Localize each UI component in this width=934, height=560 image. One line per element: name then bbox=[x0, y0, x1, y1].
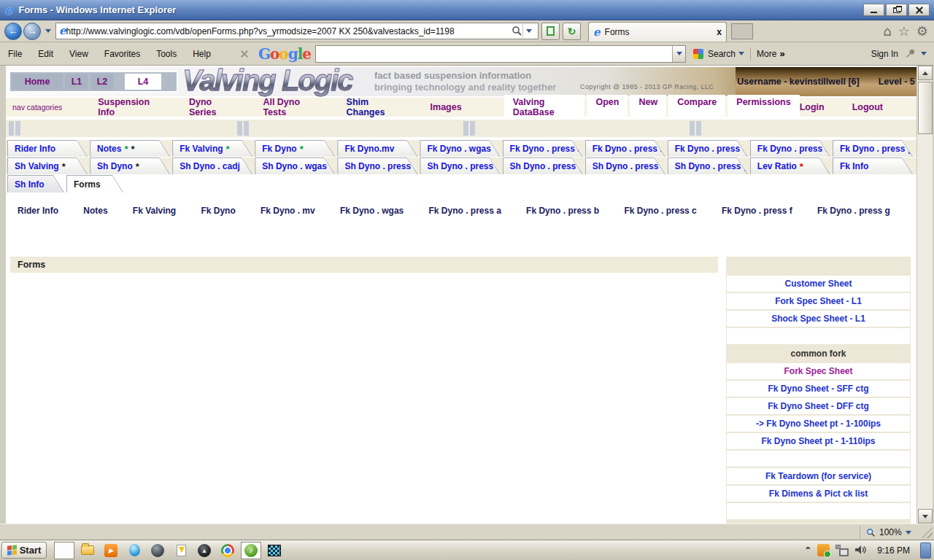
tab[interactable]: Fk Dyno.mv bbox=[337, 140, 417, 157]
settings-caret-icon[interactable] bbox=[921, 52, 927, 55]
tab[interactable]: Sh Dyno . press b bbox=[420, 158, 500, 174]
quick-launch-icon[interactable] bbox=[171, 542, 191, 559]
sidebar-link[interactable]: -> Fk Dyno Sheet pt - 1-100ips bbox=[756, 419, 881, 429]
tab[interactable]: Fk Dyno . press b bbox=[585, 140, 665, 157]
tab[interactable]: Lev Ratio * bbox=[750, 158, 830, 174]
tools-gear-icon[interactable]: ⚙ bbox=[916, 25, 928, 38]
back-button[interactable]: ← bbox=[4, 23, 22, 40]
nav-link[interactable]: All Dyno Tests bbox=[263, 97, 321, 117]
sidebar-link[interactable]: Fk Teardown (for service) bbox=[765, 471, 871, 481]
zoom-control[interactable]: 100% bbox=[860, 526, 914, 539]
tab[interactable]: Sh Valving * bbox=[7, 158, 88, 174]
quick-launch-icon[interactable] bbox=[264, 542, 285, 559]
database-button[interactable]: Open bbox=[587, 95, 628, 120]
start-button[interactable]: Start bbox=[1, 542, 47, 559]
session-link[interactable]: Logout bbox=[852, 102, 883, 112]
search-history-caret[interactable] bbox=[672, 46, 685, 62]
google-search-box[interactable] bbox=[315, 45, 686, 63]
tray-antivirus-icon[interactable] bbox=[817, 544, 830, 556]
quick-launch-icon[interactable] bbox=[217, 542, 238, 559]
tab[interactable]: Sh Dyno . wgas bbox=[255, 158, 335, 174]
search-magnifier-icon[interactable] bbox=[512, 26, 522, 36]
menu-item[interactable]: File bbox=[0, 46, 30, 62]
toolbar-close-icon[interactable] bbox=[241, 50, 248, 58]
address-input[interactable] bbox=[66, 26, 512, 36]
quick-launch-icon[interactable] bbox=[124, 542, 144, 559]
tab[interactable]: Fk Dyno * bbox=[255, 140, 335, 157]
nav-link[interactable]: Images bbox=[431, 102, 462, 112]
menu-item[interactable]: View bbox=[61, 46, 96, 62]
sidebar-link[interactable]: Customer Sheet bbox=[784, 279, 852, 289]
maximize-button[interactable] bbox=[886, 4, 907, 16]
wrench-icon[interactable] bbox=[904, 48, 915, 59]
tab[interactable]: Fk Info bbox=[833, 158, 913, 174]
quick-launch-icon[interactable]: ▶ bbox=[101, 542, 121, 559]
header-nav-button[interactable]: L1 bbox=[65, 74, 88, 90]
menu-item[interactable]: Help bbox=[185, 46, 219, 62]
tab[interactable]: Fk Dyno . press a bbox=[503, 140, 583, 157]
sidebar-link[interactable]: common fork bbox=[790, 349, 846, 359]
favorites-star-icon[interactable]: ☆ bbox=[898, 25, 910, 38]
tab[interactable]: Sh Dyno . press g bbox=[668, 158, 748, 174]
sidebar-link[interactable]: Fork Spec Sheet bbox=[784, 366, 852, 376]
session-link[interactable]: Login bbox=[800, 102, 825, 112]
quick-launch-icon[interactable] bbox=[147, 542, 168, 559]
tray-network-icon[interactable] bbox=[835, 545, 849, 556]
header-nav-button[interactable]: Home bbox=[12, 74, 63, 90]
menu-item[interactable]: Edit bbox=[30, 46, 61, 62]
tray-volume-icon[interactable] bbox=[854, 545, 867, 556]
sidebar-link[interactable]: Fk Dyno Sheet pt - 1-110ips bbox=[761, 436, 875, 446]
google-search-input[interactable] bbox=[316, 49, 672, 59]
browser-tab[interactable]: e Forms x bbox=[588, 22, 727, 42]
tab[interactable]: Fk Dyno . press f bbox=[750, 140, 830, 157]
tab[interactable]: Sh Dyno * bbox=[90, 158, 170, 174]
splitter-handle-icon[interactable] bbox=[463, 121, 475, 136]
more-button[interactable]: More bbox=[757, 49, 776, 59]
minimize-button[interactable] bbox=[863, 4, 884, 16]
header-nav-button[interactable]: L4 bbox=[125, 74, 161, 90]
tab[interactable]: Fk Dyno . wgas bbox=[420, 140, 500, 157]
refresh-button[interactable]: ↻ bbox=[563, 23, 581, 40]
tab[interactable]: Notes * * bbox=[90, 140, 170, 157]
tab[interactable]: Sh Info bbox=[7, 175, 64, 192]
menu-item[interactable]: Tools bbox=[148, 46, 185, 62]
search-options-caret-icon[interactable] bbox=[738, 52, 744, 55]
recent-pages-caret-icon[interactable] bbox=[45, 29, 51, 33]
scrollbar-up-button[interactable] bbox=[918, 66, 933, 80]
tab[interactable]: Sh Dyno . press c bbox=[503, 158, 583, 174]
tab[interactable]: Sh Dyno . cadj bbox=[172, 158, 252, 174]
sidebar-link[interactable]: Fk Dimens & Pict ck list bbox=[769, 489, 868, 499]
address-bar[interactable]: e bbox=[55, 23, 539, 39]
database-button[interactable]: Permissions bbox=[727, 95, 799, 120]
resize-grip[interactable] bbox=[922, 527, 933, 538]
database-button[interactable]: Valving DataBase bbox=[504, 95, 585, 120]
sidebar-link[interactable]: Fork Spec Sheet - L1 bbox=[775, 296, 862, 306]
taskbar-clock[interactable]: 9:16 PM bbox=[873, 545, 914, 556]
show-desktop-button[interactable] bbox=[920, 542, 931, 559]
page-scrollbar[interactable] bbox=[916, 66, 933, 524]
quick-launch-icon[interactable]: ♪ bbox=[241, 542, 261, 559]
tab[interactable]: Sh Dyno . press f bbox=[585, 158, 665, 174]
tab[interactable]: Fk Valving * bbox=[172, 140, 252, 157]
database-button[interactable]: Compare bbox=[668, 95, 725, 120]
sidebar-link[interactable]: Fk Dyno Sheet - SFF ctg bbox=[768, 384, 868, 394]
forward-button[interactable]: → bbox=[23, 23, 41, 40]
splitter-handle-icon[interactable] bbox=[237, 121, 249, 136]
sidebar-link[interactable]: Shock Spec Sheet - L1 bbox=[771, 314, 865, 324]
tab[interactable]: Fk Dyno . press g bbox=[833, 140, 913, 157]
splitter-handle-icon[interactable] bbox=[9, 121, 20, 136]
quick-launch-icon[interactable] bbox=[77, 542, 98, 559]
header-nav-button[interactable]: L2 bbox=[90, 74, 114, 90]
new-tab-button[interactable] bbox=[731, 23, 753, 39]
tab[interactable]: Forms bbox=[66, 175, 123, 192]
sidebar-link[interactable]: Fk Dyno Sheet - DFF ctg bbox=[768, 401, 869, 411]
menu-item[interactable]: Favorites bbox=[96, 46, 148, 62]
quick-launch-icon[interactable] bbox=[54, 542, 74, 559]
nav-link[interactable]: Shim Changes bbox=[347, 97, 406, 117]
address-dropdown-caret[interactable] bbox=[522, 24, 535, 38]
google-search-button[interactable]: Search bbox=[708, 49, 736, 59]
close-button[interactable] bbox=[908, 4, 930, 16]
more-chevron-icon[interactable]: » bbox=[779, 48, 784, 59]
database-button[interactable]: New bbox=[630, 95, 666, 120]
scrollbar-down-button[interactable] bbox=[918, 509, 933, 524]
